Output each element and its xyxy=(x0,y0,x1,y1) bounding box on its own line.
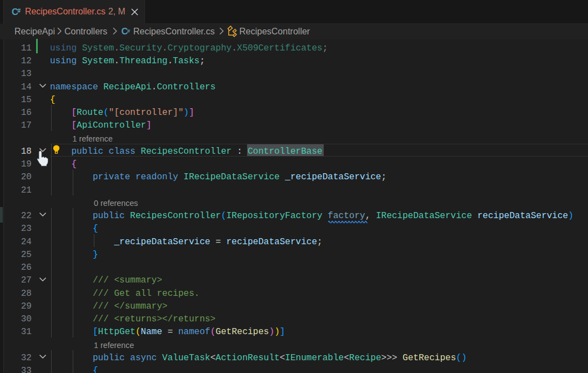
svg-text:#: # xyxy=(127,28,130,34)
svg-text:#: # xyxy=(18,8,21,14)
